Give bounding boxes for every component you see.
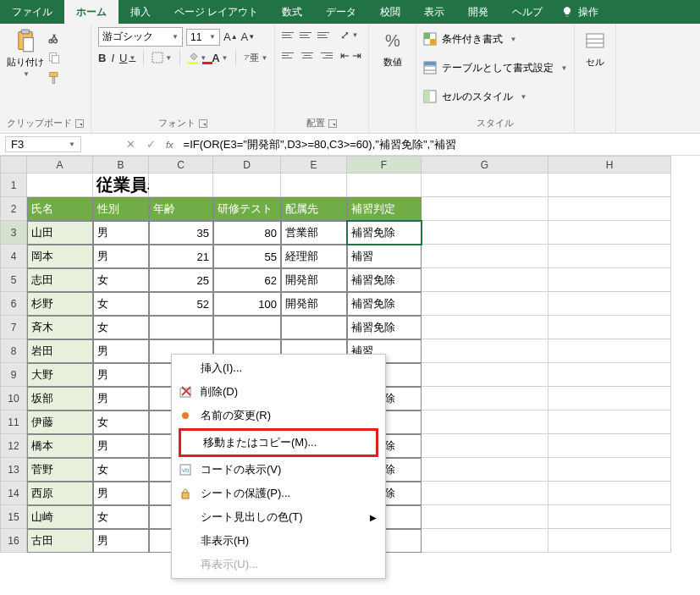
bold-button[interactable]: B [98,52,106,64]
cell[interactable]: 男 [93,363,149,387]
row-header[interactable]: 10 [0,387,27,410]
copy-icon[interactable] [47,51,61,64]
cm-protect-sheet[interactable]: シートの保護(P)... [172,482,385,505]
cell-styles-button[interactable]: セルのスタイル▼ [423,85,567,108]
column-header-cell[interactable]: 研修テスト [213,197,281,221]
col-header[interactable]: D [213,156,281,174]
cell[interactable] [422,174,548,197]
cell[interactable]: 女 [93,292,149,316]
cell[interactable]: 補習免除 [347,268,422,292]
cell[interactable]: 62 [213,268,281,292]
row-header[interactable]: 13 [0,458,27,482]
increase-indent-icon[interactable]: ⇥ [352,47,361,63]
col-header[interactable]: H [548,156,671,174]
cm-tab-color[interactable]: シート見出しの色(T)▶ [172,505,385,529]
dialog-launcher-icon[interactable] [75,119,84,128]
orientation-icon[interactable]: ⤢▼ [340,27,358,42]
cell[interactable]: 開発部 [281,268,347,292]
row-header[interactable]: 15 [0,505,27,529]
col-header[interactable]: E [281,156,347,174]
decrease-indent-icon[interactable]: ⇤ [340,47,350,63]
row-header[interactable]: 8 [0,339,27,363]
cell[interactable]: 35 [149,221,213,245]
cell[interactable]: 古田 [27,529,93,553]
cell[interactable]: 女 [93,505,149,529]
cell[interactable]: 開発部 [281,292,347,316]
cell[interactable] [548,197,671,221]
tab-view[interactable]: 表示 [412,0,456,24]
tell-me[interactable]: 操作 [554,0,605,24]
cell[interactable]: 志田 [27,268,93,292]
cell[interactable] [548,529,671,553]
cell[interactable] [548,410,671,434]
cell[interactable] [149,174,213,197]
cell[interactable]: 営業部 [281,221,347,245]
cell[interactable]: 80 [213,221,281,245]
cell[interactable]: 経理部 [281,245,347,268]
cell[interactable]: 100 [213,292,281,316]
font-size-select[interactable]: 11▼ [186,29,220,46]
cell[interactable]: 杉野 [27,292,93,316]
cell[interactable]: 橋本 [27,434,93,458]
cm-hide[interactable]: 非表示(H) [172,529,385,553]
cell[interactable]: 男 [93,245,149,268]
cell[interactable] [548,458,671,482]
row-header[interactable]: 9 [0,363,27,387]
cm-insert[interactable]: 挿入(I)... [172,356,385,380]
row-header[interactable]: 5 [0,268,27,292]
cell[interactable] [548,387,671,410]
cell[interactable]: 山崎 [27,505,93,529]
cell[interactable] [422,363,548,387]
cut-icon[interactable] [47,30,61,44]
row-header[interactable]: 7 [0,316,27,339]
cell[interactable]: 補習 [347,245,422,268]
tab-home[interactable]: ホーム [64,0,119,24]
name-box[interactable]: F3▼ [5,136,81,152]
conditional-formatting-button[interactable]: 条件付き書式▼ [423,27,567,51]
cell[interactable] [548,339,671,363]
column-header-cell[interactable]: 氏名 [27,197,93,221]
paste-button[interactable]: 貼り付け ▼ [7,27,44,78]
cell[interactable]: 男 [93,221,149,245]
cell[interactable] [281,174,347,197]
format-as-table-button[interactable]: テーブルとして書式設定▼ [423,56,567,80]
column-header-cell[interactable]: 配属先 [281,197,347,221]
confirm-formula-icon[interactable]: ✓ [141,138,161,151]
cell[interactable]: 25 [149,268,213,292]
col-header[interactable]: F [347,156,422,174]
cell[interactable] [548,434,671,458]
cell[interactable] [27,174,93,197]
col-header[interactable]: C [149,156,213,174]
cell[interactable]: 55 [213,245,281,268]
cell[interactable]: 菅野 [27,458,93,482]
cancel-formula-icon[interactable]: ✕ [120,138,141,151]
cell[interactable] [422,529,548,553]
align-bottom-icon[interactable] [317,27,333,42]
cell[interactable]: 21 [149,245,213,268]
fx-icon[interactable]: fx [161,140,179,150]
number-format-button[interactable]: % 数値 [376,27,409,69]
select-all-corner[interactable] [0,156,27,174]
align-right-icon[interactable] [317,47,333,63]
row-header[interactable]: 1 [0,174,27,197]
dialog-launcher-icon[interactable] [328,119,337,128]
cell[interactable]: 男 [93,387,149,410]
cell[interactable]: 斉木 [27,316,93,339]
cell[interactable]: 伊藤 [27,410,93,434]
underline-button[interactable]: U▼ [119,52,135,64]
cell[interactable] [548,363,671,387]
row-header[interactable]: 12 [0,434,27,458]
cell[interactable] [347,174,422,197]
column-header-cell[interactable]: 補習判定 [347,197,422,221]
tab-review[interactable]: 校閲 [368,0,412,24]
column-header-cell[interactable]: 年齢 [149,197,213,221]
row-header[interactable]: 11 [0,410,27,434]
align-center-icon[interactable] [300,47,315,63]
cell[interactable]: 西原 [27,482,93,505]
row-header[interactable]: 14 [0,482,27,505]
cell[interactable]: 女 [93,316,149,339]
tab-help[interactable]: ヘルプ [500,0,554,24]
cell[interactable] [548,482,671,505]
col-header[interactable]: G [422,156,548,174]
cell[interactable] [213,316,281,339]
